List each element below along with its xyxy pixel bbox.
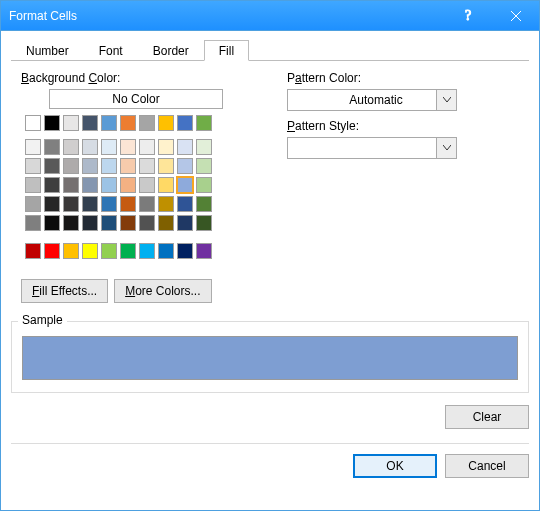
color-swatch[interactable] [101, 196, 117, 212]
color-swatch[interactable] [63, 115, 79, 131]
sample-group: Sample [11, 321, 529, 393]
color-swatch[interactable] [158, 215, 174, 231]
palette-theme-row [25, 115, 251, 133]
clear-button[interactable]: Clear [445, 405, 529, 429]
color-swatch[interactable] [82, 177, 98, 193]
color-swatch[interactable] [101, 177, 117, 193]
color-swatch[interactable] [139, 196, 155, 212]
color-swatch[interactable] [120, 139, 136, 155]
color-swatch[interactable] [196, 215, 212, 231]
close-button[interactable] [493, 1, 539, 31]
color-swatch[interactable] [177, 215, 193, 231]
color-swatch[interactable] [139, 139, 155, 155]
color-swatch[interactable] [82, 115, 98, 131]
color-swatch[interactable] [177, 243, 193, 259]
color-swatch[interactable] [101, 158, 117, 174]
palette-standard [25, 243, 251, 261]
color-swatch[interactable] [177, 158, 193, 174]
color-swatch[interactable] [196, 139, 212, 155]
color-swatch[interactable] [120, 196, 136, 212]
color-swatch[interactable] [82, 215, 98, 231]
color-swatch[interactable] [101, 115, 117, 131]
palette-tints [25, 139, 251, 233]
pattern-color-combo[interactable]: Automatic [287, 89, 457, 111]
color-swatch[interactable] [196, 115, 212, 131]
pattern-style-combo[interactable] [287, 137, 457, 159]
tab-border[interactable]: Border [138, 40, 204, 61]
color-swatch[interactable] [44, 215, 60, 231]
format-cells-dialog: Format Cells ? Number Font Border Fill B… [0, 0, 540, 511]
color-swatch[interactable] [120, 243, 136, 259]
color-swatch[interactable] [25, 177, 41, 193]
color-swatch[interactable] [25, 243, 41, 259]
color-swatch[interactable] [139, 115, 155, 131]
color-swatch[interactable] [158, 139, 174, 155]
color-swatch[interactable] [139, 177, 155, 193]
color-swatch[interactable] [25, 115, 41, 131]
pattern-style-label: Pattern Style: [287, 119, 529, 133]
tab-fill[interactable]: Fill [204, 40, 249, 61]
color-swatch[interactable] [139, 215, 155, 231]
color-swatch[interactable] [25, 196, 41, 212]
color-swatch[interactable] [177, 196, 193, 212]
chevron-down-icon [436, 138, 456, 158]
color-swatch[interactable] [101, 215, 117, 231]
window-title: Format Cells [9, 9, 447, 23]
color-swatch[interactable] [177, 177, 193, 193]
color-swatch[interactable] [196, 177, 212, 193]
color-swatch[interactable] [158, 158, 174, 174]
sample-label: Sample [18, 313, 67, 327]
color-swatch[interactable] [82, 158, 98, 174]
color-swatch[interactable] [63, 158, 79, 174]
color-swatch[interactable] [139, 158, 155, 174]
color-swatch[interactable] [44, 177, 60, 193]
color-swatch[interactable] [196, 196, 212, 212]
pattern-color-label: Pattern Color: [287, 71, 529, 85]
ok-button[interactable]: OK [353, 454, 437, 478]
more-colors-button[interactable]: More Colors... [114, 279, 211, 303]
sample-swatch [22, 336, 518, 380]
color-swatch[interactable] [120, 177, 136, 193]
close-icon [510, 10, 522, 22]
fill-effects-button[interactable]: Fill Effects... [21, 279, 108, 303]
no-color-button[interactable]: No Color [49, 89, 223, 109]
color-swatch[interactable] [25, 215, 41, 231]
tab-font[interactable]: Font [84, 40, 138, 61]
color-swatch[interactable] [25, 158, 41, 174]
pattern-color-value: Automatic [296, 93, 456, 107]
color-swatch[interactable] [120, 158, 136, 174]
color-swatch[interactable] [177, 115, 193, 131]
color-swatch[interactable] [44, 115, 60, 131]
color-swatch[interactable] [196, 158, 212, 174]
color-swatch[interactable] [101, 243, 117, 259]
color-swatch[interactable] [158, 177, 174, 193]
color-swatch[interactable] [63, 139, 79, 155]
color-swatch[interactable] [120, 115, 136, 131]
color-swatch[interactable] [139, 243, 155, 259]
color-swatch[interactable] [44, 196, 60, 212]
color-swatch[interactable] [44, 139, 60, 155]
client-area: Number Font Border Fill Background Color… [1, 31, 539, 510]
color-swatch[interactable] [44, 243, 60, 259]
cancel-button[interactable]: Cancel [445, 454, 529, 478]
color-swatch[interactable] [63, 177, 79, 193]
titlebar[interactable]: Format Cells ? [1, 1, 539, 31]
color-swatch[interactable] [120, 215, 136, 231]
svg-text:?: ? [465, 9, 471, 23]
color-swatch[interactable] [158, 115, 174, 131]
color-swatch[interactable] [82, 243, 98, 259]
color-swatch[interactable] [82, 196, 98, 212]
color-swatch[interactable] [63, 243, 79, 259]
color-swatch[interactable] [44, 158, 60, 174]
color-swatch[interactable] [196, 243, 212, 259]
help-button[interactable]: ? [447, 1, 493, 31]
color-swatch[interactable] [82, 139, 98, 155]
color-swatch[interactable] [63, 196, 79, 212]
color-swatch[interactable] [177, 139, 193, 155]
tab-number[interactable]: Number [11, 40, 84, 61]
color-swatch[interactable] [158, 243, 174, 259]
color-swatch[interactable] [101, 139, 117, 155]
color-swatch[interactable] [158, 196, 174, 212]
color-swatch[interactable] [63, 215, 79, 231]
color-swatch[interactable] [25, 139, 41, 155]
